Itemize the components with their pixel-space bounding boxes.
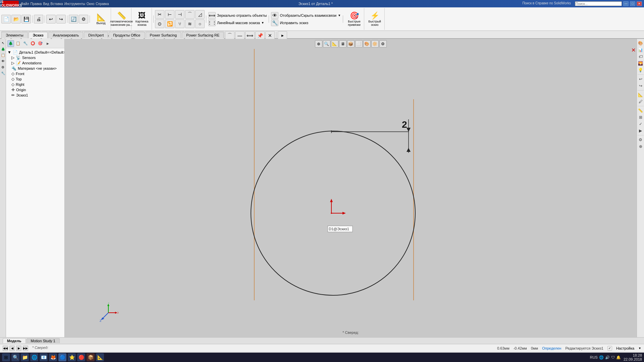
titlebar-menu-edit[interactable]: Правка (31, 2, 42, 6)
tree-item-sketch1[interactable]: ✏ Эскиз1 (6, 93, 64, 98)
view-3d-button[interactable]: 📦 (347, 40, 355, 48)
zoom-to-fit-button[interactable]: ⊕ (315, 40, 322, 48)
bottom-tab-motion[interactable]: Motion Study 1 (26, 338, 60, 343)
convert-button[interactable]: 🔁 (165, 19, 174, 28)
tray-keyboard-layout[interactable]: RUS (590, 355, 598, 359)
start-button[interactable]: ⊞ (2, 353, 10, 361)
view-settings-button[interactable]: ⚙ (379, 40, 387, 48)
explorer-button[interactable]: 📁 (21, 353, 29, 361)
tab-elementy[interactable]: Элементы (1, 32, 28, 38)
minimize-button[interactable]: — (623, 1, 629, 6)
rs-icon-view-palette[interactable]: 🎨 (638, 40, 644, 46)
tree-item-front[interactable]: ◇ Front (6, 71, 64, 76)
titlebar-menu-insert[interactable]: Вставка (50, 2, 63, 6)
tree-resize-handle[interactable] (642, 60, 644, 362)
redo-button[interactable]: ↪ (56, 15, 66, 23)
tree-item-right[interactable]: ◇ Right (6, 82, 64, 87)
zoom-in-button[interactable]: 🔍 (323, 40, 330, 48)
titlebar-menu-tools[interactable]: Инструменты (64, 2, 85, 6)
tray-network-icon[interactable]: 🌐 (599, 355, 604, 360)
rebuild-button[interactable]: 🔄 (69, 15, 78, 23)
sketch-image-button[interactable]: 🖼 Картинка эскиза (133, 11, 150, 27)
chrome-button[interactable]: 🔵 (58, 353, 66, 361)
search-button[interactable]: 🔍 (11, 353, 19, 361)
view-orient-button[interactable]: 📐 (331, 40, 338, 48)
split-button[interactable]: ⑂ (175, 19, 184, 28)
tab-power-surfacing[interactable]: Power Surfacing (146, 32, 181, 38)
bottom-tab-model[interactable]: Модель (3, 338, 26, 343)
browser-edge-button[interactable]: 🌐 (30, 353, 38, 361)
left-icon-tree[interactable]: 🌲 (0, 46, 6, 52)
close-button[interactable]: ✕ (637, 1, 642, 6)
offset-button[interactable]: ⊙ (155, 19, 164, 28)
left-icon-display[interactable]: 👁 (0, 58, 6, 64)
exit-sketch-button[interactable]: 📐 Выход (93, 12, 109, 26)
tab-analizirovaty[interactable]: Анализировать (48, 32, 83, 38)
undo-button[interactable]: ↩ (46, 15, 56, 23)
tab-office[interactable]: Продукты Office (109, 32, 145, 38)
tray-notifications[interactable]: 🔔 (616, 355, 621, 360)
mirror-button[interactable]: ⟺ (208, 12, 216, 19)
hide-show-button[interactable]: ⬜ (355, 40, 363, 48)
linear-pattern-button[interactable]: ⋮⋮ (208, 19, 216, 26)
ft-icon-config[interactable]: 📋 (15, 40, 21, 47)
auto-dimension-button[interactable]: 📏 Автоматическое нанесение ра... (113, 11, 130, 27)
titlebar-menu-file[interactable]: Файл (21, 2, 29, 6)
left-icon-properties[interactable]: 📋 (0, 52, 6, 58)
tree-item-annotations[interactable]: ▷ 📝 Annotations (6, 60, 64, 66)
new-button[interactable]: 📄 (1, 15, 11, 23)
cut-entities-button[interactable]: ✂ (155, 10, 164, 19)
rs-icon-appearances[interactable]: 📊 (638, 47, 644, 53)
open-button[interactable]: 📂 (11, 15, 21, 23)
extend-entities-button[interactable]: ⊢ (165, 10, 174, 19)
chamfer-button[interactable]: ◿ (195, 10, 205, 19)
quick-snap-button[interactable]: 🎯 Быстрые привязки (346, 11, 363, 27)
construction-geom-button[interactable]: ○ (195, 19, 205, 28)
left-icon-config[interactable]: 🔧 (0, 70, 6, 76)
ft-icon-sensor[interactable]: 🎯 (37, 40, 44, 47)
opera-button[interactable]: 🔴 (77, 353, 85, 361)
unknown-app-button[interactable]: 📐 (96, 353, 104, 361)
ft-icon-more[interactable]: ▶ (44, 40, 51, 47)
ft-icon-appearance[interactable]: ⭕ (30, 40, 36, 47)
nav-prev-button[interactable]: ◀ (9, 346, 15, 351)
yandex-button[interactable]: ⭐ (68, 353, 76, 361)
rs-icon-decals[interactable]: 🏷 (638, 54, 644, 60)
tray-volume-icon[interactable]: 🔊 (605, 355, 610, 360)
display-hide-button[interactable]: 👁 (271, 12, 278, 19)
scene-button[interactable]: 🔆 (371, 40, 379, 48)
save-button[interactable]: 💾 (21, 15, 31, 23)
trim-entities-button[interactable]: ⊣ (175, 10, 184, 19)
jog-line-button[interactable]: ≋ (185, 19, 195, 28)
tray-shield-icon[interactable]: 🛡 (611, 355, 615, 359)
sketch-state-icon[interactable]: ✓ (607, 346, 612, 351)
titlebar-menu-help[interactable]: Справка (96, 2, 109, 6)
tree-item-top[interactable]: ◇ Top (6, 76, 64, 82)
firefox-button[interactable]: 🦊 (49, 353, 57, 361)
tree-item-origin[interactable]: ✛ Origin (6, 87, 64, 93)
nav-first-button[interactable]: ◀◀ (3, 346, 8, 351)
fillet-button[interactable]: ⌒ (185, 10, 195, 19)
ft-icon-tree[interactable]: 🌲 (7, 40, 14, 47)
nav-next-button[interactable]: ▶ (16, 346, 21, 351)
ft-icon-properties[interactable]: 🔧 (22, 40, 29, 47)
maximize-button[interactable]: □ (630, 1, 635, 6)
search-input[interactable] (575, 1, 622, 6)
quick-sketch-button[interactable]: ⚡ Быстрый эскиз (366, 11, 383, 27)
mail-button[interactable]: 📧 (40, 353, 48, 361)
titlebar-menu-view[interactable]: Вид (43, 2, 49, 6)
linear-pattern-dropdown[interactable]: ▼ (261, 21, 264, 24)
tree-item-root[interactable]: ▼ 📄 Деталь1 (Default<<Default>_Ph (6, 50, 64, 55)
print-button[interactable]: 🖨 (34, 15, 43, 23)
titlebar-menu-window[interactable]: Окно (87, 2, 94, 6)
tab-eskiz[interactable]: Эскиз (29, 32, 48, 38)
left-icon-arrow[interactable]: ↖ (0, 40, 6, 46)
display-hide-dropdown[interactable]: ▼ (338, 14, 341, 17)
tree-item-material[interactable]: 🔩 Материал <не указан> (6, 66, 64, 71)
tab-dimxpert[interactable]: DimXpert (84, 32, 108, 38)
close-panel-button[interactable]: ✕ (631, 47, 636, 53)
nav-last-button[interactable]: ▶▶ (23, 346, 28, 351)
system-clock[interactable]: 18:28 22.09.2018 (624, 353, 642, 361)
tab-power-surfacing-re[interactable]: Power Surfacing RE (182, 32, 224, 38)
solidworks-taskbar-button[interactable]: 📦 (87, 353, 95, 361)
